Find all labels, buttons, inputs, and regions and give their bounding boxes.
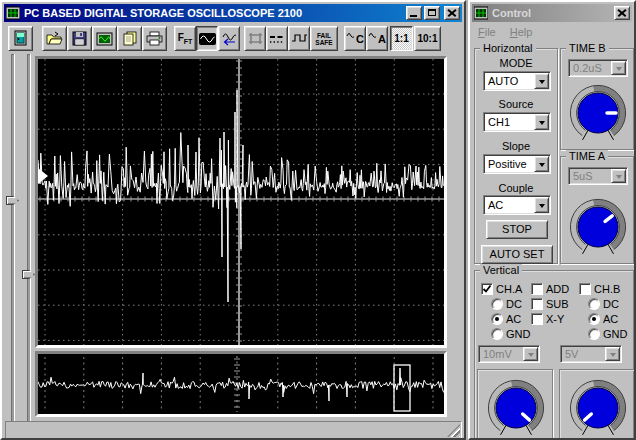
main-display-panel <box>35 56 447 348</box>
control-close-button[interactable] <box>614 6 630 20</box>
close-button[interactable] <box>444 6 460 20</box>
waveform-button[interactable] <box>196 26 218 51</box>
control-window-title: Control <box>492 7 531 19</box>
chevron-down-icon <box>611 61 626 75</box>
floppy-disk-icon <box>72 31 87 46</box>
notes-icon <box>122 31 138 46</box>
sine-back-arrow-icon <box>221 32 238 46</box>
sub-label: SUB <box>546 298 569 310</box>
failsafe-button[interactable]: FAILSAFE <box>310 26 338 51</box>
oscilloscope-window: PC BASED DIGITAL STORAGE OSCILLOSCOPE 21… <box>0 0 466 440</box>
dotted-lines-icon <box>269 33 285 45</box>
mode-label: MODE <box>475 57 557 69</box>
dotted-grid-button[interactable] <box>266 26 288 51</box>
ch-a-checkbox[interactable] <box>481 283 493 295</box>
stop-button[interactable]: STOP <box>486 220 548 239</box>
overview-scope-display[interactable] <box>38 354 444 414</box>
wave-glyph-icon <box>346 32 355 39</box>
grid-toggle-button[interactable] <box>244 26 266 51</box>
calibrate-c-button[interactable]: C <box>344 26 366 51</box>
resize-grip-icon[interactable] <box>447 424 460 437</box>
minimize-button[interactable] <box>406 6 422 20</box>
ch-a-gnd-radio[interactable] <box>491 328 503 340</box>
menu-file[interactable]: File <box>478 26 496 38</box>
time-b-label: TIME B <box>566 42 609 54</box>
slope-select[interactable]: Positive <box>483 154 551 174</box>
ch-b-ac-radio[interactable] <box>588 313 600 325</box>
fft-button[interactable]: FFT <box>174 26 196 51</box>
ch-b-dc-label: DC <box>603 298 619 310</box>
time-a-knob[interactable] <box>566 195 630 259</box>
menu-help[interactable]: Help <box>510 26 533 38</box>
save-button[interactable] <box>67 26 92 51</box>
ch-a-dc-radio[interactable] <box>491 298 503 310</box>
time-b-value: 0.2uS <box>573 62 602 74</box>
slider-track-ch-a[interactable] <box>11 54 14 430</box>
ch-b-knob-panel <box>559 369 635 440</box>
print-button[interactable] <box>142 26 167 51</box>
chevron-down-icon[interactable] <box>534 114 549 130</box>
copy-button[interactable] <box>117 26 142 51</box>
slider-thumb-ch-b[interactable] <box>22 270 35 279</box>
time-b-knob[interactable] <box>566 81 630 145</box>
chevron-down-icon[interactable] <box>534 156 549 172</box>
xy-checkbox[interactable] <box>531 313 543 325</box>
window-title: PC BASED DIGITAL STORAGE OSCILLOSCOPE 21… <box>24 7 302 19</box>
probe-1-1-button[interactable]: 1:1 <box>390 26 413 51</box>
calibrate-c-label: C <box>356 33 364 45</box>
calibrate-a-button[interactable]: A <box>366 26 388 51</box>
sub-checkbox[interactable] <box>531 298 543 310</box>
slider-track-ch-b[interactable] <box>27 54 30 430</box>
time-b-select: 0.2uS <box>568 59 628 77</box>
exit-door-icon <box>12 30 29 47</box>
grid-icon <box>248 32 263 45</box>
ch-a-ac-label: AC <box>506 313 521 325</box>
time-a-label: TIME A <box>566 150 608 162</box>
chevron-down-icon[interactable] <box>534 197 549 213</box>
ch-b-gnd-radio[interactable] <box>588 328 600 340</box>
time-b-group: TIME B 0.2uS <box>560 48 634 150</box>
probe-1-1-label: 1:1 <box>394 33 408 44</box>
square-wave-button[interactable] <box>288 26 310 51</box>
minimize-icon <box>410 15 417 17</box>
ch-b-dc-radio[interactable] <box>588 298 600 310</box>
auto-set-button[interactable]: AUTO SET <box>481 245 553 264</box>
control-app-icon <box>474 6 488 20</box>
scope-screen-icon <box>96 32 113 46</box>
square-wave-icon <box>291 32 308 45</box>
display-capture-button[interactable] <box>92 26 117 51</box>
main-titlebar[interactable]: PC BASED DIGITAL STORAGE OSCILLOSCOPE 21… <box>4 4 462 22</box>
horizontal-group: Horizontal MODE AUTO Source CH1 Slope Po… <box>474 48 558 264</box>
source-value: CH1 <box>488 116 510 128</box>
close-icon <box>448 9 456 16</box>
slider-thumb-ch-a[interactable] <box>6 196 19 205</box>
source-select[interactable]: CH1 <box>483 112 551 132</box>
main-scope-display <box>38 59 444 345</box>
ch-b-checkbox[interactable] <box>579 283 591 295</box>
probe-10-1-button[interactable]: 10:1 <box>414 26 441 51</box>
recall-waveform-button[interactable] <box>218 26 240 51</box>
control-titlebar[interactable]: Control <box>472 4 632 22</box>
status-bar <box>5 421 462 439</box>
chevron-down-icon[interactable] <box>534 73 549 89</box>
slope-value: Positive <box>488 158 527 170</box>
exit-button[interactable] <box>8 26 33 51</box>
screen: PC BASED DIGITAL STORAGE OSCILLOSCOPE 21… <box>0 0 636 440</box>
open-button[interactable] <box>42 26 67 51</box>
ch-a-gnd-label: GND <box>506 328 530 340</box>
control-window: Control File Help Horizontal MODE AUTO S… <box>468 0 636 440</box>
maximize-button[interactable] <box>424 6 440 20</box>
ch-a-ac-radio[interactable] <box>491 313 503 325</box>
vertical-group: Vertical CH.A ADD CH.B DC SUB DC AC X-Y … <box>474 270 634 440</box>
couple-select[interactable]: AC <box>483 195 551 215</box>
ch-a-range-select: 10mV <box>478 345 540 363</box>
open-folder-icon <box>46 31 63 46</box>
ch-b-gnd-label: GND <box>603 328 627 340</box>
add-checkbox[interactable] <box>531 283 543 295</box>
mode-select[interactable]: AUTO <box>483 71 551 91</box>
source-label: Source <box>475 98 557 110</box>
time-a-value: 5uS <box>573 170 593 182</box>
ch-b-gain-knob[interactable] <box>566 376 630 440</box>
ch-a-gain-knob[interactable] <box>484 376 548 440</box>
time-a-select: 5uS <box>568 167 628 185</box>
